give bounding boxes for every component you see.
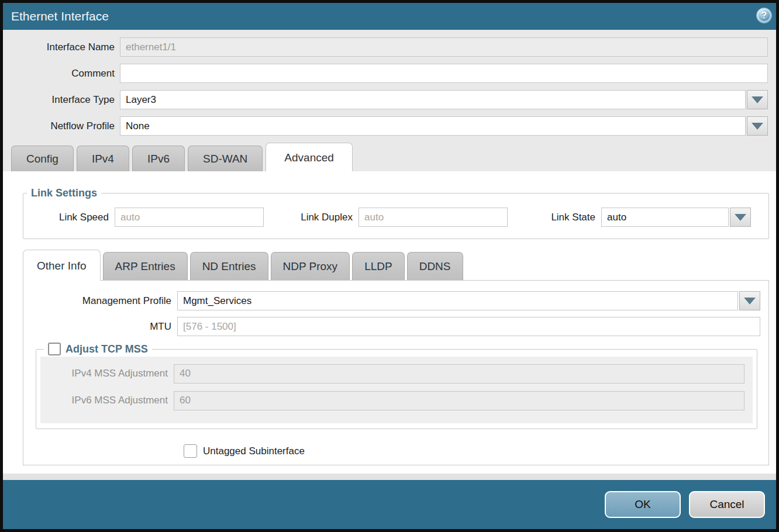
link-state-label: Link State [508,212,601,223]
untagged-subinterface-checkbox[interactable] [184,444,197,458]
interface-name-label: Interface Name [3,42,120,53]
link-speed-input[interactable] [115,208,264,227]
chevron-down-icon [744,298,756,305]
ok-button[interactable]: OK [605,491,681,518]
interface-type-label: Interface Type [3,94,120,106]
adjust-tcp-mss-checkbox[interactable] [48,343,61,355]
help-glyph: ? [761,11,767,21]
dialog-footer: OK Cancel [3,480,776,529]
ipv4-mss-input [174,364,744,384]
chevron-down-icon [752,96,763,103]
ipv6-mss-input [174,391,744,410]
chevron-down-icon [735,214,746,221]
subtab-other-info[interactable]: Other Info [23,250,101,281]
link-settings-legend: Link Settings [27,187,101,199]
netflow-profile-input[interactable] [120,116,746,136]
adjust-tcp-mss-legend: Adjust TCP MSS [44,343,152,355]
interface-type-input[interactable] [120,90,746,109]
management-profile-dropdown-button[interactable] [739,291,760,310]
mss-disabled-panel: IPv4 MSS Adjustment IPv6 MSS Adjustment [40,357,753,423]
subtab-ddns[interactable]: DDNS [407,252,463,280]
netflow-profile-label: Netflow Profile [3,120,120,132]
management-profile-input[interactable] [177,291,738,310]
main-tab-bar: Config IPv4 IPv6 SD-WAN Advanced [3,143,776,171]
tab-sdwan[interactable]: SD-WAN [188,146,263,171]
ipv4-mss-row: IPv4 MSS Adjustment [40,364,744,384]
interface-form: Interface Name Comment Interface Type Ne… [3,30,776,143]
link-settings-fieldset: Link Settings Link Speed Link Duplex Lin… [23,187,769,239]
adjust-tcp-mss-label: Adjust TCP MSS [66,343,148,355]
panel-footer-strip [3,474,776,480]
chevron-down-icon [752,123,763,130]
interface-name-row: Interface Name [3,37,776,57]
subtab-ndp-proxy[interactable]: NDP Proxy [271,252,350,280]
link-speed-label: Link Speed [23,212,115,223]
interface-name-input [120,37,768,57]
ipv6-mss-label: IPv6 MSS Adjustment [40,395,174,406]
interface-type-row: Interface Type [3,90,776,109]
comment-input[interactable] [120,64,768,83]
adjust-tcp-mss-fieldset: Adjust TCP MSS IPv4 MSS Adjustment IPv6 … [36,343,757,429]
ipv6-mss-row: IPv6 MSS Adjustment [40,391,744,410]
subtab-lldp[interactable]: LLDP [352,252,405,280]
help-icon[interactable]: ? [756,8,772,23]
cancel-button[interactable]: Cancel [689,491,765,518]
ethernet-interface-dialog: Ethernet Interface ? Interface Name Comm… [0,0,779,532]
management-profile-label: Management Profile [23,295,177,307]
tab-ipv6[interactable]: IPv6 [132,146,185,171]
mtu-label: MTU [23,321,177,333]
comment-row: Comment [3,64,776,83]
tab-advanced[interactable]: Advanced [266,143,353,171]
interface-type-dropdown-button[interactable] [747,90,768,109]
mtu-row: MTU [23,317,760,336]
netflow-profile-dropdown-button[interactable] [747,116,768,136]
subtab-arp-entries[interactable]: ARP Entries [103,252,188,280]
link-duplex-input[interactable] [359,208,508,227]
netflow-profile-row: Netflow Profile [3,116,776,136]
untagged-subinterface-row: Untagged Subinterface [184,444,760,458]
link-state-input[interactable] [601,208,729,227]
ipv4-mss-label: IPv4 MSS Adjustment [40,368,174,379]
advanced-tab-panel: Link Settings Link Speed Link Duplex Lin… [3,171,776,474]
comment-label: Comment [3,68,120,80]
tab-ipv4[interactable]: IPv4 [77,146,129,171]
mtu-input[interactable] [177,317,760,336]
tab-config[interactable]: Config [11,146,74,171]
subtab-nd-entries[interactable]: ND Entries [190,252,268,280]
other-info-panel: Management Profile MTU Adjust TC [23,280,769,465]
link-duplex-label: Link Duplex [264,212,359,223]
untagged-subinterface-label: Untagged Subinterface [203,445,305,457]
management-profile-row: Management Profile [23,291,760,310]
link-state-dropdown-button[interactable] [730,208,751,227]
dialog-title: Ethernet Interface [11,9,109,23]
sub-tab-bar: Other Info ARP Entries ND Entries NDP Pr… [12,249,769,280]
dialog-titlebar: Ethernet Interface ? [3,3,776,30]
